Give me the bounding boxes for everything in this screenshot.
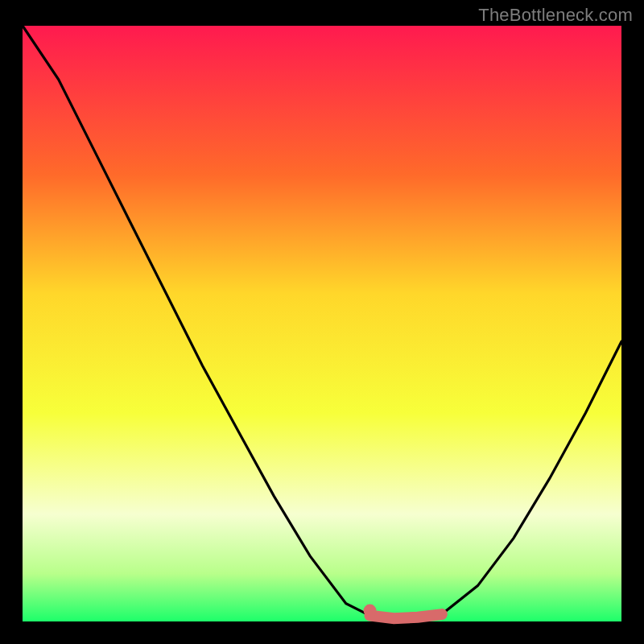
highlight-start-dot — [364, 605, 377, 617]
plot-background — [23, 26, 621, 621]
optimal-range-highlight — [370, 614, 442, 618]
bottleneck-chart — [0, 0, 644, 644]
attribution-label: TheBottleneck.com — [478, 5, 633, 26]
chart-stage: TheBottleneck.com — [0, 0, 644, 644]
